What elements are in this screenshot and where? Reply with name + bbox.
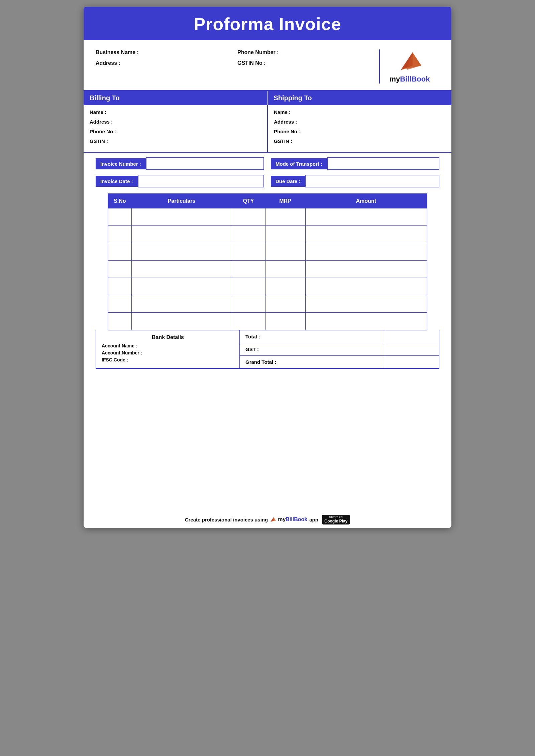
table-cell-amount — [305, 208, 427, 226]
grand-total-row: Grand Total : — [240, 356, 439, 368]
business-phone-label: Phone Number : — [237, 49, 379, 55]
due-date-field: Due Date : — [271, 175, 439, 187]
mode-of-transport-field: Mode of Transport : — [271, 157, 439, 170]
invoice-number-field: Invoice Number : — [96, 157, 264, 170]
invoice-date-field: Invoice Date : — [96, 175, 264, 187]
invoice-number-row: Invoice Number : Mode of Transport : — [84, 153, 451, 175]
footer-app-label: app — [309, 517, 318, 522]
total-row: Total : — [240, 330, 439, 343]
invoice-date-row: Invoice Date : Due Date : — [84, 175, 451, 193]
billing-shipping-header: Billing To Shipping To — [84, 91, 451, 105]
billing-address-label: Address : — [90, 119, 261, 125]
business-section: Business Name : Address : Phone Number :… — [84, 40, 451, 91]
gst-row: GST : — [240, 343, 439, 356]
table-cell-particulars — [131, 313, 232, 330]
header-banner: Proforma Invoice — [84, 7, 451, 40]
invoice-number-input[interactable] — [146, 157, 264, 170]
shipping-col: Name : Address : Phone No : GSTIN : — [268, 105, 451, 152]
table-cell-amount — [305, 278, 427, 295]
table-row — [108, 313, 427, 330]
table-cell-particulars — [131, 226, 232, 243]
table-cell-amount — [305, 226, 427, 243]
billing-gstin-label: GSTIN : — [90, 138, 261, 144]
shipping-gstin-label: GSTIN : — [274, 138, 445, 144]
shipping-name-label: Name : — [274, 109, 445, 115]
table-row — [108, 278, 427, 295]
table-cell-particulars — [131, 295, 232, 313]
mode-of-transport-input[interactable] — [327, 157, 439, 170]
ifsc-label: IFSC Code : — [102, 357, 234, 362]
totals-col: Total : GST : Grand Total : — [240, 330, 439, 368]
billing-phone-label: Phone No : — [90, 129, 261, 134]
table-cell-particulars — [131, 261, 232, 278]
business-middle: Phone Number : GSTIN No : — [237, 49, 379, 84]
shipping-to-label: Shipping To — [268, 91, 452, 105]
table-cell-qty — [232, 226, 265, 243]
mybillbook-logo-icon — [398, 49, 421, 73]
logo-section: myBillBook — [379, 49, 439, 84]
table-cell-qty — [232, 208, 265, 226]
business-left: Business Name : Address : — [96, 49, 237, 84]
table-row — [108, 243, 427, 261]
col-header-amount: Amount — [305, 194, 427, 208]
mode-of-transport-label: Mode of Transport : — [271, 158, 327, 169]
table-cell-mrp — [265, 243, 305, 261]
table-cell-qty — [232, 278, 265, 295]
table-cell-mrp — [265, 278, 305, 295]
business-name-label: Business Name : — [96, 49, 237, 55]
invoice-number-label: Invoice Number : — [96, 158, 146, 169]
table-cell-mrp — [265, 261, 305, 278]
table-cell-mrp — [265, 295, 305, 313]
col-header-particulars: Particulars — [131, 194, 232, 208]
google-play-badge[interactable]: GET IT ON Google Play — [322, 515, 350, 524]
gst-label: GST : — [240, 343, 385, 355]
billing-shipping-body: Name : Address : Phone No : GSTIN : Name… — [84, 105, 451, 153]
table-cell-amount — [305, 313, 427, 330]
items-table: S.No Particulars QTY MRP Amount — [108, 193, 427, 330]
table-cell-particulars — [131, 208, 232, 226]
badge-store-label: Google Play — [324, 519, 347, 523]
due-date-input[interactable] — [305, 175, 439, 187]
table-cell-sno — [108, 243, 131, 261]
footer-logo-text: myBillBook — [278, 516, 307, 522]
table-cell-particulars — [131, 278, 232, 295]
grand-total-label: Grand Total : — [240, 356, 385, 368]
table-cell-sno — [108, 313, 131, 330]
invoice-page: Proforma Invoice Business Name : Address… — [84, 7, 451, 528]
table-cell-sno — [108, 278, 131, 295]
bottom-section: Bank Details Account Name : Account Numb… — [96, 330, 439, 369]
billing-name-label: Name : — [90, 109, 261, 115]
table-row — [108, 226, 427, 243]
col-header-mrp: MRP — [265, 194, 305, 208]
gst-value — [385, 346, 439, 352]
table-cell-sno — [108, 226, 131, 243]
col-header-qty: QTY — [232, 194, 265, 208]
grand-total-value — [385, 358, 439, 365]
billing-to-label: Billing To — [84, 91, 268, 105]
table-cell-amount — [305, 243, 427, 261]
mybillbook-logo-text: myBillBook — [389, 75, 430, 84]
table-cell-amount — [305, 295, 427, 313]
items-table-wrapper: S.No Particulars QTY MRP Amount — [84, 193, 451, 330]
table-row — [108, 208, 427, 226]
table-cell-mrp — [265, 313, 305, 330]
table-cell-mrp — [265, 208, 305, 226]
billing-col: Name : Address : Phone No : GSTIN : — [84, 105, 268, 152]
bank-details-title: Bank Details — [102, 334, 234, 340]
table-header-row: S.No Particulars QTY MRP Amount — [108, 194, 427, 208]
table-cell-qty — [232, 243, 265, 261]
shipping-phone-label: Phone No : — [274, 129, 445, 134]
table-cell-qty — [232, 295, 265, 313]
due-date-label: Due Date : — [271, 176, 305, 187]
footer-logo-icon — [270, 516, 276, 522]
table-row — [108, 261, 427, 278]
invoice-date-input[interactable] — [138, 175, 264, 187]
table-cell-mrp — [265, 226, 305, 243]
table-cell-sno — [108, 261, 131, 278]
account-name-label: Account Name : — [102, 343, 234, 348]
table-row — [108, 295, 427, 313]
table-cell-qty — [232, 261, 265, 278]
logo: myBillBook — [389, 49, 430, 84]
table-cell-qty — [232, 313, 265, 330]
table-cell-particulars — [131, 243, 232, 261]
